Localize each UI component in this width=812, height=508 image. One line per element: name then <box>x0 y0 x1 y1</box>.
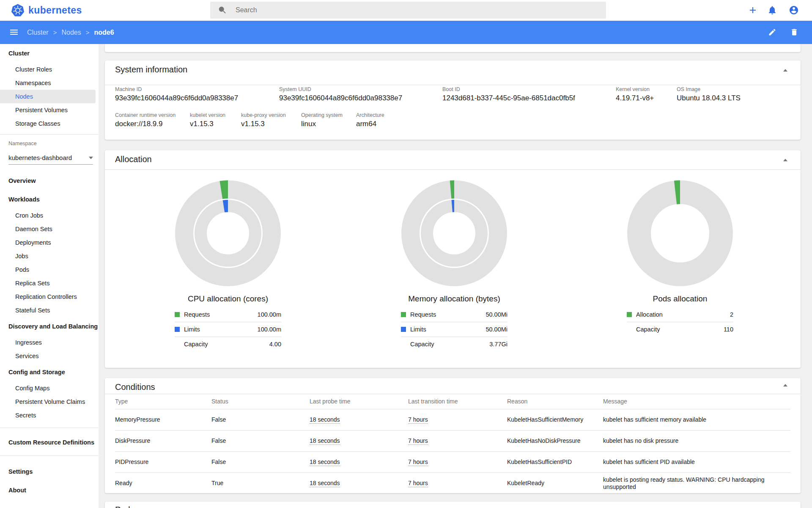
card-divider <box>105 169 801 170</box>
field-architecture: Architecture arm64 <box>356 112 384 128</box>
field-label: System UUID <box>279 86 402 92</box>
breadcrumb-nodes[interactable]: Nodes <box>61 29 81 36</box>
legend-row-requests: Requests 50.00Mi <box>401 307 508 322</box>
table-row: MemoryPressure False 18 seconds 7 hours … <box>115 409 790 431</box>
sidebar-item-stateful-sets[interactable]: Stateful Sets <box>0 304 99 317</box>
collapse-card-icon[interactable] <box>783 69 787 72</box>
sidebar-item-deployments[interactable]: Deployments <box>0 236 99 249</box>
field-value: 1243d681-b337-445c-95ae-6851dac0fb5f <box>442 94 575 102</box>
legend-label: Requests <box>184 311 210 318</box>
search-icon <box>218 6 227 15</box>
memory-allocation-chart: Memory allocation (bytes) Requests 50.00… <box>387 179 522 365</box>
sidebar-divider <box>0 428 99 428</box>
conditions-title: Conditions <box>115 382 155 392</box>
delete-trash-icon[interactable] <box>790 28 798 36</box>
sidebar-item-services[interactable]: Services <box>0 349 99 363</box>
chart-legend: Requests 50.00Mi Limits 50.00Mi Capacity… <box>401 307 508 351</box>
sidebar-item-namespaces[interactable]: Namespaces <box>0 76 99 90</box>
field-label: kube-proxy version <box>241 112 286 118</box>
sidebar-item-cron-jobs[interactable]: Cron Jobs <box>0 209 99 222</box>
user-account-icon[interactable] <box>789 5 799 15</box>
allocation-title: Allocation <box>115 155 152 164</box>
system-information-card: System information Machine ID 93e39fc160… <box>105 61 801 140</box>
col-last-probe-time: Last probe time <box>310 394 408 409</box>
field-system-uuid: System UUID 93e39fc1606044a89c6f6dd0a983… <box>279 86 402 102</box>
memory-donut-chart <box>400 179 508 287</box>
global-search-bar[interactable] <box>210 2 606 19</box>
legend-row-capacity: Capacity 4.00 <box>175 337 281 351</box>
sidebar-item-jobs[interactable]: Jobs <box>0 249 99 263</box>
cell-message: kubelet has no disk pressure <box>603 437 784 444</box>
cell-status: True <box>211 473 310 494</box>
cell-probe-time[interactable]: 18 seconds <box>310 416 340 424</box>
field-value: Ubuntu 18.04.3 LTS <box>677 94 741 102</box>
legend-label: Limits <box>184 326 200 333</box>
sidebar-item-ingresses[interactable]: Ingresses <box>0 336 99 349</box>
field-container-runtime: Container runtime version docker://18.9.… <box>115 112 176 128</box>
cell-transition-time[interactable]: 7 hours <box>408 437 428 445</box>
field-value: v1.15.3 <box>241 120 286 128</box>
field-kube-proxy-version: kube-proxy version v1.15.3 <box>241 112 286 128</box>
collapse-card-icon[interactable] <box>783 384 787 387</box>
system-information-title: System information <box>115 65 187 75</box>
cell-probe-time[interactable]: 18 seconds <box>310 458 340 466</box>
create-plus-icon[interactable] <box>748 5 758 15</box>
legend-value: 100.00m <box>258 326 281 333</box>
cell-probe-time[interactable]: 18 seconds <box>310 437 340 445</box>
legend-row-requests: Requests 100.00m <box>175 307 281 322</box>
sidebar-item-secrets[interactable]: Secrets <box>0 409 99 422</box>
legend-row-allocation: Allocation 2 <box>627 307 733 322</box>
field-kubelet-version: kubelet version v1.15.3 <box>190 112 225 128</box>
breadcrumb-cluster[interactable]: Cluster <box>27 29 49 36</box>
sidebar-item-replication-controllers[interactable]: Replication Controllers <box>0 290 99 304</box>
table-row: Ready True 18 seconds 7 hours KubeletRea… <box>115 473 790 494</box>
sidebar-item-overview[interactable]: Overview <box>0 174 99 188</box>
field-kernel-version: Kernel version 4.19.71-v8+ <box>616 86 654 102</box>
cell-status: False <box>211 409 310 431</box>
sidebar-item-pods[interactable]: Pods <box>0 263 99 276</box>
requests-swatch-icon <box>401 312 406 317</box>
sidebar-item-settings[interactable]: Settings <box>0 465 99 478</box>
sidebar-item-config-maps[interactable]: Config Maps <box>0 381 99 395</box>
cell-reason: KubeletHasSufficientPID <box>507 452 603 473</box>
kubernetes-logo[interactable]: kubernetes <box>11 4 82 17</box>
kubernetes-helm-icon <box>11 4 25 17</box>
field-label: Machine ID <box>115 86 238 92</box>
sidebar-item-nodes[interactable]: Nodes <box>0 90 96 103</box>
col-last-transition-time: Last transition time <box>408 394 507 409</box>
cpu-donut-chart <box>174 179 282 287</box>
cell-probe-time[interactable]: 18 seconds <box>310 480 340 487</box>
sidebar-item-cluster-roles[interactable]: Cluster Roles <box>0 63 99 76</box>
nav-section-config-storage: Config and Storage <box>0 365 99 379</box>
chevron-right-icon: > <box>53 29 57 36</box>
col-reason: Reason <box>507 394 603 409</box>
cell-transition-time[interactable]: 7 hours <box>408 416 428 424</box>
sidebar-item-replica-sets[interactable]: Replica Sets <box>0 276 99 290</box>
legend-label: Capacity <box>627 326 660 333</box>
field-value: 4.19.71-v8+ <box>616 94 654 102</box>
edit-pencil-icon[interactable] <box>768 28 776 36</box>
field-label: OS Image <box>677 86 741 92</box>
search-input[interactable] <box>235 6 575 14</box>
cell-transition-time[interactable]: 7 hours <box>408 480 428 487</box>
sidebar-item-daemon-sets[interactable]: Daemon Sets <box>0 222 99 236</box>
cell-reason: KubeletHasSufficientMemory <box>507 409 603 431</box>
cell-transition-time[interactable]: 7 hours <box>408 458 428 466</box>
sidebar-item-custom-resource-definitions[interactable]: Custom Resource Definitions <box>0 436 99 449</box>
field-os-image: OS Image Ubuntu 18.04.3 LTS <box>677 86 741 102</box>
sidebar-item-storage-classes[interactable]: Storage Classes <box>0 117 99 130</box>
legend-value: 50.00Mi <box>486 326 508 333</box>
collapse-card-icon[interactable] <box>783 159 787 161</box>
side-navigation: Cluster Cluster Roles Namespaces Nodes P… <box>0 44 99 508</box>
scrolled-card-bottom <box>105 44 801 52</box>
field-label: Operating system <box>301 112 343 118</box>
breadcrumb: Cluster > Nodes > node6 <box>27 21 114 44</box>
sidebar-item-persistent-volume-claims[interactable]: Persistent Volume Claims <box>0 395 99 409</box>
sidebar-item-persistent-volumes[interactable]: Persistent Volumes <box>0 103 99 117</box>
field-label: kubelet version <box>190 112 225 118</box>
cpu-allocation-chart: CPU allocation (cores) Requests 100.00m … <box>160 179 296 365</box>
menu-hamburger-icon[interactable] <box>9 27 19 37</box>
notifications-bell-icon[interactable] <box>767 5 777 15</box>
namespace-select[interactable]: kubernetes-dashboard <box>8 151 93 165</box>
sidebar-item-about[interactable]: About <box>0 483 99 497</box>
